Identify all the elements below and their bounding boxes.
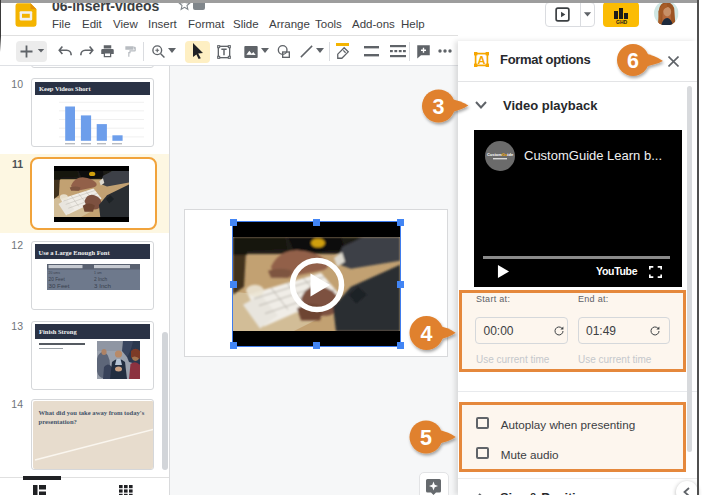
svg-text:1 um: 1 um	[94, 271, 102, 275]
svg-text:30 Feet: 30 Feet	[48, 282, 69, 289]
svg-text:6: 6	[627, 49, 639, 73]
svg-text:20 ums: 20 ums	[48, 271, 60, 275]
svg-text:3 Inch: 3 Inch	[94, 282, 111, 289]
svg-text:20 Feet: 20 Feet	[48, 277, 65, 282]
svg-text:3: 3	[433, 95, 445, 119]
svg-text:CustomGuide: CustomGuide	[487, 152, 514, 157]
svg-text:A: A	[478, 54, 486, 66]
svg-text:2 Inch: 2 Inch	[94, 277, 107, 282]
svg-text:GHD: GHD	[616, 19, 628, 25]
svg-text:4: 4	[421, 321, 433, 345]
svg-text:5: 5	[420, 426, 432, 450]
